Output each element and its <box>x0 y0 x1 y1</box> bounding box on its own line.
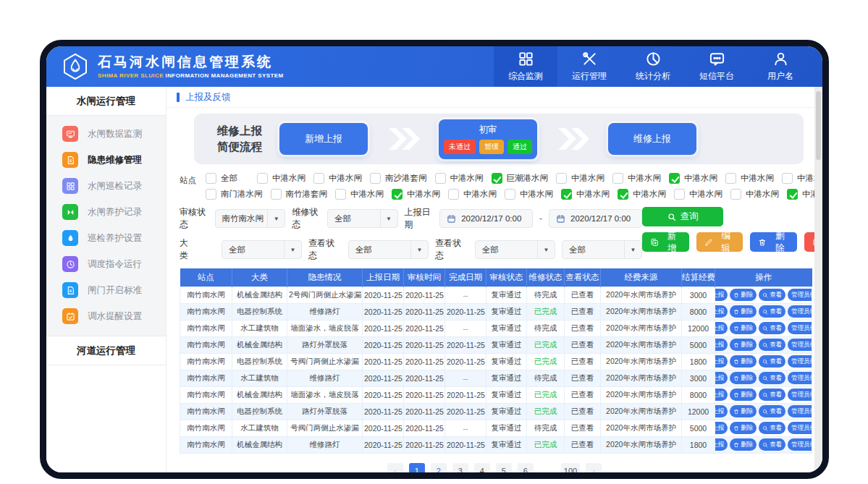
row-op-admin-edit[interactable]: 管理员编辑 <box>788 355 812 368</box>
row-op-admin-edit[interactable]: 管理员编辑 <box>788 372 812 384</box>
table-row[interactable]: 南竹南水闸电器控制系统路灯外罩脱落2020-11-252020-11-25202… <box>180 403 812 420</box>
view-status-select-1[interactable]: 全部▼ <box>348 240 429 259</box>
checkbox-icon[interactable] <box>725 173 736 184</box>
sidebar-item[interactable]: 隐患维修管理 <box>46 147 166 173</box>
table-row[interactable]: 南竹南水闸水工建筑物号阀门两侧止水渗漏2020-11-252020-11-25-… <box>180 420 812 436</box>
row-op-delete[interactable]: 删除 <box>730 372 757 384</box>
site-checkbox[interactable]: 中港水闸 <box>669 173 717 184</box>
table-row[interactable]: 南竹南水闸电器控制系统号阀门两侧止水渗漏2020-11-252020-11-25… <box>180 353 812 370</box>
row-op-admin-edit[interactable]: 管理员编辑 <box>788 305 812 318</box>
site-checkbox[interactable]: 中港水闸 <box>335 189 384 200</box>
nav-item-message[interactable]: 短信平台 <box>685 46 749 87</box>
pagination-page-5[interactable]: 5 <box>496 463 512 479</box>
table-row[interactable]: 南竹南水闸水工建筑物维修路灯2020-11-252020-11-25--复审通过… <box>180 370 812 386</box>
row-op-report[interactable]: 上报 <box>715 355 728 368</box>
checkbox-icon[interactable] <box>730 189 741 200</box>
checkbox-icon[interactable] <box>335 189 346 200</box>
row-op-report[interactable]: 上报 <box>715 405 728 417</box>
site-checkbox[interactable]: 中港水闸 <box>730 189 779 200</box>
checkbox-icon[interactable] <box>669 173 680 184</box>
sidebar-item[interactable]: 巡检养护设置 <box>46 225 166 251</box>
checkbox-icon[interactable] <box>505 189 515 200</box>
site-checkbox[interactable]: 南门港水闸 <box>206 189 263 200</box>
sidebar-item[interactable]: 水闸数据监测 <box>46 121 166 147</box>
row-op-report[interactable]: 上报 <box>715 389 728 401</box>
sidebar-item[interactable]: 闸门开启标准 <box>46 277 166 303</box>
table-row[interactable]: 南竹南水闸机械金属结构路灯外罩脱落2020-11-252020-11-25202… <box>180 336 812 353</box>
row-op-delete[interactable]: 删除 <box>730 405 757 417</box>
sidebar-section-river-management[interactable]: 河道运行管理 <box>46 336 166 365</box>
report-date-to-input[interactable]: 2020/12/17 0:00 <box>549 209 642 228</box>
checkbox-icon[interactable] <box>556 173 567 184</box>
category-select[interactable]: 全部▼ <box>222 240 302 259</box>
site-checkbox[interactable]: 南沙港套闸 <box>370 173 427 184</box>
row-op-admin-edit[interactable]: 管理员编辑 <box>788 289 812 301</box>
report-date-from-input[interactable]: 2020/12/17 0:00 <box>439 209 533 228</box>
pagination-page-100[interactable]: 100 <box>561 463 580 479</box>
scrollbar-thumb[interactable] <box>816 91 821 160</box>
checkbox-icon[interactable] <box>313 173 324 184</box>
site-checkbox[interactable]: 中港水闸 <box>392 189 440 200</box>
row-op-view[interactable]: 查看 <box>759 389 785 401</box>
site-checkbox[interactable]: 中港水闸 <box>257 173 306 184</box>
site-checkbox[interactable]: 中港水闸 <box>561 189 610 200</box>
site-checkbox[interactable]: 中港水闸 <box>448 189 497 200</box>
checkbox-icon[interactable] <box>618 189 628 200</box>
edit-button[interactable]: 编辑 <box>696 232 743 252</box>
row-op-view[interactable]: 查看 <box>759 339 785 351</box>
site-checkbox[interactable]: 中港水闸 <box>725 173 774 184</box>
sidebar-item[interactable]: 水闸养护记录 <box>46 199 166 225</box>
row-op-delete[interactable]: 删除 <box>730 389 757 401</box>
pagination-page-1[interactable]: 1 <box>409 463 425 479</box>
checkbox-icon[interactable] <box>435 173 446 184</box>
site-checkbox[interactable]: 中港水闸 <box>505 189 553 200</box>
site-checkbox[interactable]: 南竹港套闸 <box>271 189 328 200</box>
add-button[interactable]: 新增 <box>642 232 689 252</box>
row-op-delete[interactable]: 删除 <box>730 438 757 451</box>
row-op-view[interactable]: 查看 <box>759 355 785 368</box>
row-op-report[interactable]: 上报 <box>715 339 728 351</box>
row-op-admin-edit[interactable]: 管理员编辑 <box>788 389 812 401</box>
row-op-report[interactable]: 上报 <box>715 372 728 384</box>
nav-item-grid[interactable]: 综合监测 <box>494 46 557 87</box>
row-op-report[interactable]: 上报 <box>715 322 728 334</box>
checkbox-icon[interactable] <box>561 189 572 200</box>
sidebar-item[interactable]: 水闸巡检记录 <box>46 173 166 199</box>
sidebar-item[interactable]: 调度指令运行 <box>46 251 166 277</box>
nav-item-pie[interactable]: 统计分析 <box>621 46 685 87</box>
sidebar-section-sluice-management[interactable]: 水闸运行管理 <box>46 87 166 116</box>
row-op-view[interactable]: 查看 <box>759 289 785 301</box>
checkbox-icon[interactable] <box>257 173 268 184</box>
row-op-delete[interactable]: 删除 <box>730 355 757 368</box>
row-op-admin-edit[interactable]: 管理员编辑 <box>788 438 812 451</box>
sidebar-item[interactable]: 调水提醒设置 <box>46 303 166 329</box>
pagination-next[interactable]: › <box>586 463 602 479</box>
row-op-delete[interactable]: 删除 <box>730 305 757 318</box>
row-op-admin-edit[interactable]: 管理员编辑 <box>788 322 812 334</box>
checkbox-icon[interactable] <box>448 189 459 200</box>
checkbox-icon[interactable] <box>206 189 216 200</box>
flow-new-report-button[interactable]: 新增上报 <box>279 123 368 155</box>
flow-repair-report-button[interactable]: 维修上报 <box>608 123 696 155</box>
row-op-delete[interactable]: 删除 <box>730 322 757 334</box>
pagination-ellipsis[interactable]: … <box>539 463 555 479</box>
query-button[interactable]: 查询 <box>642 207 723 226</box>
table-row[interactable]: 南竹南水闸水工建筑物墙面渗水，墙皮脱落2020-11-252020-11-25-… <box>180 320 812 336</box>
site-checkbox[interactable]: 中港水闸 <box>674 189 722 200</box>
row-op-admin-edit[interactable]: 管理员编辑 <box>788 339 812 351</box>
site-checkbox[interactable]: 全部 <box>206 173 249 184</box>
row-op-view[interactable]: 查看 <box>759 372 785 384</box>
row-op-admin-edit[interactable]: 管理员编辑 <box>788 405 812 417</box>
site-checkbox[interactable]: 中港水闸 <box>556 173 604 184</box>
row-op-report[interactable]: 上报 <box>715 305 728 318</box>
table-row[interactable]: 南竹南水闸机械金属结构2号阀门两侧止水渗漏2020-11-252020-11-2… <box>180 286 812 303</box>
row-op-report[interactable]: 上报 <box>715 289 728 301</box>
checkbox-icon[interactable] <box>271 189 282 200</box>
table-row[interactable]: 南竹南水闸机械金属结构维修路灯2020-11-252020-11-252020-… <box>180 436 812 453</box>
pagination-page-6[interactable]: 6 <box>518 463 534 479</box>
site-checkbox[interactable]: 中港水闸 <box>313 173 362 184</box>
checkbox-icon[interactable] <box>206 173 216 184</box>
checkbox-icon[interactable] <box>492 173 502 184</box>
row-op-view[interactable]: 查看 <box>759 305 785 318</box>
table-row[interactable]: 南竹南水闸机械金属结构墙面渗水，墙皮脱落2020-11-252020-11-25… <box>180 386 812 403</box>
